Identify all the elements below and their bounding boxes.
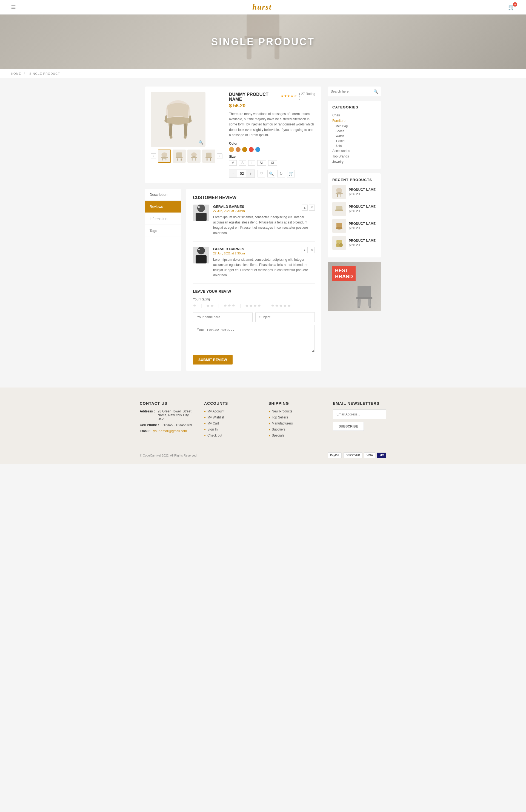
payment-paypal: PayPal [328, 452, 342, 458]
footer-link-top-sellers[interactable]: ● Top Sellers [269, 416, 322, 419]
rating-4-star[interactable]: ★★★★ [245, 303, 261, 308]
footer-link-dot-4: ● [204, 428, 206, 431]
footer-link-new-products-text: New Products [272, 409, 292, 413]
recent-product-1[interactable]: PRODUCT NAME $ 56.20 [332, 185, 376, 199]
qty-input[interactable] [237, 170, 247, 177]
size-L[interactable]: L [248, 160, 255, 166]
tab-reviews[interactable]: Reviews [145, 201, 181, 213]
color-option-4[interactable] [249, 147, 254, 152]
footer-link-my-account[interactable]: ● My Account [204, 409, 257, 413]
recent-product-info-3: PRODUCT NAME $ 56.20 [349, 222, 375, 230]
submit-review-button[interactable]: SUBMIT REVIEW [193, 355, 232, 364]
footer-link-dot-5: ● [204, 434, 206, 437]
main-container: 🔍 ‹ › [140, 87, 386, 371]
payment-mc: MC [377, 452, 386, 458]
cart-icon[interactable]: 🛒 0 [508, 4, 515, 11]
color-option-2[interactable] [236, 147, 241, 152]
search-icon[interactable]: 🔍 [373, 89, 378, 94]
category-shirt[interactable]: Shirt [332, 143, 376, 148]
rating-5-star[interactable]: ★★★★★ [271, 303, 291, 308]
recent-product-3[interactable]: PRODUCT NAME $ 56.20 [332, 219, 376, 233]
thumbnail-3[interactable] [187, 149, 201, 163]
brand-banner-label: BESTBRAND [332, 266, 356, 281]
thumbnail-2[interactable] [173, 149, 186, 163]
size-M[interactable]: M [229, 160, 237, 166]
footer-link-manufacturers[interactable]: ● Manufacturers [269, 421, 322, 425]
svg-rect-18 [181, 158, 182, 161]
review-name-input[interactable] [193, 312, 253, 322]
color-option-5[interactable] [255, 147, 260, 152]
review-up-btn-1[interactable]: ▲ [302, 205, 308, 211]
size-XL[interactable]: XL [268, 160, 277, 166]
size-S[interactable]: S [239, 160, 246, 166]
menu-icon[interactable]: ☰ [11, 4, 16, 11]
review-up-btn-2[interactable]: ▲ [302, 247, 308, 253]
review-item-2: GERALD BARNES 27 Jun, 2021 at 2:30pm Lor… [193, 247, 315, 284]
product-stars: ★★★★☆ [281, 94, 297, 98]
footer-link-sign-in[interactable]: ● Sign In [204, 427, 257, 431]
subscribe-button[interactable]: SUBSCRIBE [333, 422, 364, 431]
review-subject-input[interactable] [255, 312, 315, 322]
category-tshirt[interactable]: T-Shirt [332, 138, 376, 143]
svg-point-42 [339, 243, 343, 247]
footer-contact-title: CONTACT US [140, 401, 193, 406]
thumbnail-4[interactable] [202, 149, 215, 163]
svg-rect-44 [357, 286, 371, 298]
category-men-bag[interactable]: Men Bag [332, 124, 376, 128]
footer: CONTACT US Address : 28 Green Tower, Str… [0, 388, 526, 464]
hero-title: SINGLE PRODUCT [211, 36, 315, 48]
thumbnail-1[interactable] [158, 149, 171, 163]
brand-banner[interactable]: BESTBRAND [328, 262, 381, 311]
category-furniture[interactable]: Furniture [332, 118, 376, 124]
footer-link-specials[interactable]: ● Specials [269, 434, 322, 437]
svg-rect-36 [341, 194, 341, 197]
rating-2-star[interactable]: ★★ [206, 303, 214, 308]
footer-link-new-products[interactable]: ● New Products [269, 409, 322, 413]
size-SL[interactable]: SL [257, 160, 266, 166]
qty-minus-button[interactable]: - [229, 170, 237, 177]
breadcrumb: HOME / SINGLE PRODUCT [11, 72, 515, 75]
category-accessories[interactable]: Accessories [332, 148, 376, 154]
search-input[interactable] [331, 89, 372, 93]
newsletter-email-input[interactable] [333, 409, 386, 419]
category-watch[interactable]: Watch [332, 133, 376, 138]
footer-link-my-wishlist[interactable]: ● My Wishlist [204, 416, 257, 419]
color-label: Color [229, 142, 316, 145]
color-option-3[interactable] [242, 147, 247, 152]
site-logo[interactable]: hurst [252, 3, 272, 12]
tab-description[interactable]: Description [145, 189, 181, 201]
review-textarea[interactable] [193, 325, 315, 352]
footer-email-value: your-email@gmail.com [153, 429, 187, 433]
recent-product-2[interactable]: PRODUCT NAME $ 56.20 [332, 202, 376, 216]
rating-3-star[interactable]: ★★★ [224, 303, 235, 308]
rating-label: Your Rating [193, 298, 315, 301]
category-jewelry[interactable]: Jewelry [332, 159, 376, 164]
footer-link-my-cart[interactable]: ● My Cart [204, 421, 257, 425]
review-close-btn-1[interactable]: ✕ [309, 205, 315, 211]
zoom-icon[interactable]: 🔍 [199, 140, 203, 145]
reviewer-info-2: GERALD BARNES 27 Jun, 2021 at 2:30pm Lor… [213, 247, 315, 278]
tab-tags[interactable]: Tags [145, 225, 181, 237]
refresh-icon[interactable]: ↻ [277, 170, 285, 177]
color-option-1[interactable] [229, 147, 234, 152]
svg-point-20 [191, 156, 197, 158]
recent-product-4[interactable]: PRODUCT NAME $ 56.20 [332, 236, 376, 250]
thumbnail-prev[interactable]: ‹ [151, 154, 156, 159]
qty-plus-button[interactable]: + [247, 170, 255, 177]
footer-link-suppliers-text: Suppliers [272, 427, 285, 431]
footer-phone-label: Cell-Phone : [140, 423, 159, 427]
category-shoes[interactable]: Shoes [332, 128, 376, 133]
cart-add-icon[interactable]: 🛒 [287, 170, 295, 177]
review-close-btn-2[interactable]: ✕ [309, 247, 315, 253]
zoom-action-icon[interactable]: 🔍 [267, 170, 275, 177]
category-top-brands[interactable]: Top Brands [332, 154, 376, 159]
wishlist-icon[interactable]: ♡ [257, 170, 265, 177]
tab-information[interactable]: Information [145, 213, 181, 225]
rating-1-star[interactable]: ★ [193, 303, 196, 308]
product-color-section: Color [229, 142, 316, 152]
footer-link-checkout[interactable]: ● Check out [204, 434, 257, 437]
category-chair[interactable]: Chair [332, 113, 376, 118]
breadcrumb-home[interactable]: HOME [11, 72, 21, 75]
thumbnail-next[interactable]: › [217, 154, 223, 159]
footer-link-suppliers[interactable]: ● Suppliers [269, 427, 322, 431]
